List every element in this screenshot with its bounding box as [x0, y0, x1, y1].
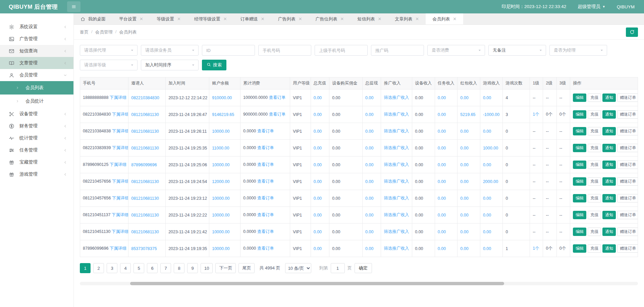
cell-level1-link[interactable]: 1个	[533, 112, 539, 117]
subordinate-detail-link[interactable]: 下属详细	[112, 145, 128, 150]
gift-order-button[interactable]: 赠送订单	[617, 110, 638, 119]
recharge-button[interactable]: 充值	[588, 161, 601, 169]
filter-promo-income-link[interactable]: 筛选推广收入	[384, 112, 409, 117]
breadcrumb-home[interactable]: 首页	[80, 29, 89, 35]
inviter-link[interactable]: 85373078375	[131, 246, 157, 251]
inviter-link[interactable]: 081210681130	[131, 129, 159, 134]
edit-button[interactable]: 编辑	[573, 244, 586, 253]
filter-promo-income-link[interactable]: 筛选推广收入	[384, 229, 409, 234]
gift-order-button[interactable]: 赠送订单	[617, 177, 638, 186]
close-icon[interactable]: ✕	[140, 17, 143, 21]
game-income-link[interactable]: 0.00	[483, 196, 491, 201]
edit-button[interactable]: 编辑	[573, 194, 586, 202]
page-button-7[interactable]: 7	[160, 263, 171, 273]
close-icon[interactable]: ✕	[415, 17, 419, 21]
filter-promo-income-link[interactable]: 筛选推广收入	[384, 196, 409, 200]
subordinate-detail-link[interactable]: 下属详细	[112, 229, 128, 234]
total-withdraw-link[interactable]: 0.00	[365, 146, 373, 150]
username[interactable]: QIBUYM	[617, 4, 635, 9]
tab-ad-slot-list[interactable]: 广告位列表✕	[309, 13, 351, 24]
tab-platform-settings[interactable]: 平台设置✕	[112, 13, 150, 24]
view-order-link[interactable]: 查看订单	[257, 145, 274, 150]
balance-link[interactable]: 10000.00	[212, 246, 229, 251]
total-recharge-link[interactable]: 0.00	[314, 230, 322, 234]
notify-button[interactable]: 通知	[602, 211, 616, 219]
agent-select[interactable]: 请选择代理	[80, 45, 138, 56]
notify-button[interactable]: 通知	[602, 94, 616, 102]
task-income-link[interactable]: 0.00	[438, 129, 446, 134]
page-button-10[interactable]: 10	[201, 263, 213, 273]
balance-link[interactable]: 12000.00	[212, 179, 229, 184]
subordinate-detail-link[interactable]: 下属详细	[112, 179, 128, 184]
sidebar-subitem-member-stats[interactable]: 会员统计	[0, 95, 73, 108]
per-page-select[interactable]: 10 条/页	[285, 263, 311, 273]
sidebar-item-game-management[interactable]: 游戏管理	[0, 168, 73, 180]
filter-promo-income-link[interactable]: 筛选推广收入	[384, 246, 409, 251]
gift-order-button[interactable]: 赠送订单	[617, 194, 638, 202]
game-income-link[interactable]: 0.00	[483, 96, 491, 100]
balance-link[interactable]: 10000.00	[212, 163, 229, 167]
inviter-link[interactable]: 081210681130	[131, 112, 159, 117]
sidebar-toggle-button[interactable]	[67, 1, 80, 12]
balance-link[interactable]: 10000.00	[212, 196, 229, 201]
game-income-link[interactable]: 0.00	[483, 246, 491, 251]
tab-ad-list[interactable]: 广告列表✕	[271, 13, 309, 24]
recharge-button[interactable]: 充值	[588, 110, 601, 119]
cell-level1-link[interactable]: 1个	[533, 246, 539, 251]
redpacket-income-link[interactable]: 0.00	[460, 146, 468, 150]
filter-promo-income-link[interactable]: 筛选推广收入	[384, 179, 409, 184]
sidebar-item-finance-management[interactable]: 财务管理	[0, 120, 73, 132]
parent-phone-input[interactable]	[315, 45, 368, 56]
total-withdraw-link[interactable]: 0.00	[365, 129, 373, 134]
notify-button[interactable]: 通知	[602, 194, 616, 202]
close-icon[interactable]: ✕	[299, 17, 302, 21]
id-input[interactable]	[202, 45, 255, 56]
total-withdraw-link[interactable]: 0.00	[365, 213, 373, 218]
search-button[interactable]: 搜索	[202, 60, 226, 70]
close-icon[interactable]: ✕	[261, 17, 265, 21]
redpacket-income-link[interactable]: 0.00	[460, 196, 468, 201]
task-income-link[interactable]: 0.00	[438, 96, 446, 100]
total-withdraw-link[interactable]: 0.00	[365, 230, 373, 234]
task-income-link[interactable]: 0.00	[438, 230, 446, 234]
notify-button[interactable]: 通知	[602, 177, 616, 186]
tab-manager-level-settings[interactable]: 经理等级设置✕	[187, 13, 234, 24]
close-icon[interactable]: ✕	[453, 17, 457, 21]
game-income-link[interactable]: 0.00	[483, 129, 491, 134]
total-recharge-link[interactable]: 0.00	[314, 146, 322, 150]
subordinate-detail-link[interactable]: 下属详细	[110, 162, 126, 167]
sidebar-item-article-management[interactable]: 文章管理	[0, 57, 73, 69]
gift-order-button[interactable]: 赠送订单	[617, 161, 638, 169]
sidebar-subitem-member-list[interactable]: 会员列表	[0, 81, 73, 95]
total-recharge-link[interactable]: 0.00	[314, 246, 322, 251]
game-income-link[interactable]: 0.00	[483, 230, 491, 234]
view-order-link[interactable]: 查看订单	[269, 112, 285, 117]
redpacket-income-link[interactable]: 0.00	[460, 129, 468, 134]
gift-order-button[interactable]: 赠送订单	[617, 144, 638, 152]
salesman-select[interactable]: 请选择业务员	[141, 45, 199, 56]
gift-order-button[interactable]: 赠送订单	[617, 244, 638, 253]
game-income-link[interactable]: 2000.00	[483, 179, 498, 184]
total-withdraw-link[interactable]: 0.00	[365, 112, 373, 117]
balance-link[interactable]: 10000.00	[212, 213, 229, 218]
sidebar-item-treasure-management[interactable]: 宝藏管理	[0, 156, 73, 168]
inviter-link[interactable]: 081210681130	[131, 196, 159, 201]
total-withdraw-link[interactable]: 0.00	[365, 246, 373, 251]
game-income-link[interactable]: 1000.00	[483, 146, 498, 150]
game-income-link[interactable]: -1000.00	[483, 112, 499, 117]
filter-promo-income-link[interactable]: 筛选推广收入	[384, 212, 409, 217]
gift-order-button[interactable]: 赠送订单	[617, 127, 638, 135]
recharge-button[interactable]: 充值	[588, 228, 601, 236]
page-button-9[interactable]: 9	[187, 263, 198, 273]
sidebar-item-sms-query[interactable]: 短信查询	[0, 45, 73, 57]
goto-page-input[interactable]	[331, 263, 345, 273]
task-income-link[interactable]: 0.00	[438, 163, 446, 167]
game-income-link[interactable]: 0.00	[483, 163, 491, 167]
task-income-link[interactable]: 0.00	[438, 146, 446, 150]
task-income-link[interactable]: 0.00	[438, 246, 446, 251]
page-button-5[interactable]: 5	[133, 263, 144, 273]
tab-member-list[interactable]: 会员列表✕	[426, 13, 463, 24]
balance-link[interactable]: 910000.00	[212, 96, 232, 100]
notify-button[interactable]: 通知	[602, 144, 616, 152]
view-order-link[interactable]: 查看订单	[257, 212, 274, 217]
